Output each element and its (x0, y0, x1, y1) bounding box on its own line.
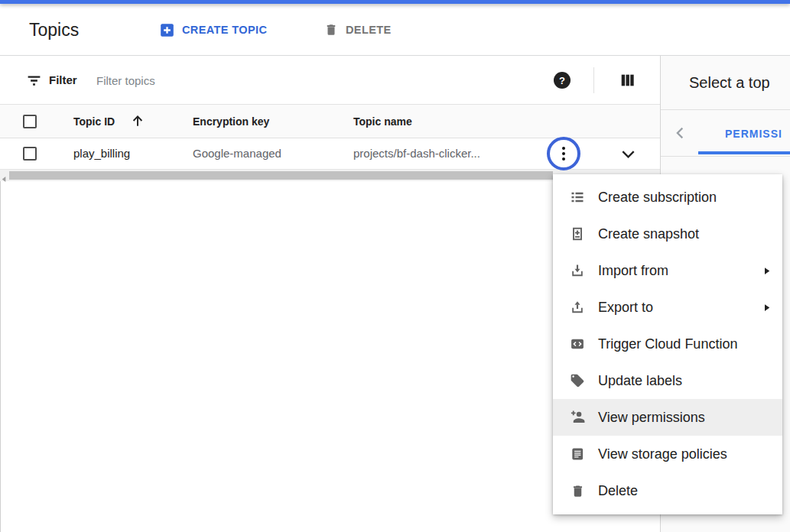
filter-icon (26, 73, 42, 92)
menu-item-delete[interactable]: Delete (553, 472, 782, 509)
menu-item-import-from[interactable]: Import from (553, 252, 782, 289)
delete-topic-button[interactable]: DELETE (324, 4, 392, 56)
add-snapshot-icon (570, 226, 585, 242)
column-display-icon[interactable] (619, 72, 636, 89)
active-tab-underline (698, 151, 790, 154)
topic-actions-context-menu: Create subscription Create snapshot Impo… (553, 174, 782, 514)
menu-item-trigger-cloud-function[interactable]: Trigger Cloud Function (553, 326, 782, 362)
create-topic-button[interactable]: CREATE TOPIC (160, 4, 267, 56)
menu-item-create-subscription[interactable]: Create subscription (553, 179, 782, 216)
create-topic-label: CREATE TOPIC (182, 24, 267, 36)
tab-permissions[interactable]: PERMISSI (725, 128, 782, 140)
cell-encryption-key: Google-managed (193, 147, 281, 160)
top-accent-bar (0, 0, 790, 4)
row-checkbox[interactable] (23, 147, 37, 161)
delete-label: DELETE (346, 24, 392, 36)
column-header-encryption-key[interactable]: Encryption key (193, 115, 269, 128)
menu-item-create-snapshot[interactable]: Create snapshot (553, 216, 782, 252)
panel-header: Select a top (661, 56, 790, 110)
page-title: Topics (29, 20, 79, 41)
page-header: Topics CREATE TOPIC DELETE (0, 4, 790, 56)
submenu-arrow-icon (761, 265, 772, 277)
toolbar-divider (593, 67, 594, 93)
scrollbar-thumb[interactable] (9, 171, 553, 180)
panel-title: Select a top (689, 74, 770, 92)
menu-item-view-storage-policies[interactable]: View storage policies (553, 436, 782, 472)
menu-item-update-labels[interactable]: Update labels (553, 362, 782, 399)
person-add-icon (570, 410, 585, 425)
trash-icon (570, 483, 585, 498)
cell-topic-id: play_billing (73, 147, 130, 160)
row-expand-chevron-down-icon[interactable] (619, 145, 637, 163)
chevron-left-icon[interactable] (671, 125, 690, 143)
table-header-row: Topic ID Encryption key Topic name (0, 105, 660, 138)
tag-icon (570, 373, 585, 388)
filter-bar: Filter ? (0, 56, 660, 105)
article-icon (570, 446, 585, 462)
scroll-left-arrow-icon[interactable] (1, 172, 8, 186)
filter-topics-input[interactable] (96, 70, 425, 91)
menu-item-view-permissions[interactable]: View permissions (553, 399, 782, 436)
trash-icon (324, 23, 338, 37)
select-all-checkbox[interactable] (23, 115, 37, 128)
list-icon (570, 190, 585, 205)
submenu-arrow-icon (761, 302, 772, 313)
panel-tab-bar: PERMISSI (661, 111, 790, 157)
help-icon[interactable]: ? (554, 72, 571, 89)
column-header-topic-name[interactable]: Topic name (353, 115, 412, 128)
plus-box-icon (160, 23, 174, 37)
import-icon (570, 263, 585, 278)
column-header-topic-id[interactable]: Topic ID (73, 115, 115, 128)
cell-topic-name: projects/bf-dash-clicker... (353, 147, 480, 160)
code-icon (570, 336, 585, 352)
filter-label: Filter (49, 73, 77, 86)
menu-item-export-to[interactable]: Export to (553, 289, 782, 326)
export-icon (570, 300, 585, 315)
row-more-actions-icon[interactable] (547, 137, 580, 170)
sort-ascending-icon[interactable] (130, 113, 145, 131)
